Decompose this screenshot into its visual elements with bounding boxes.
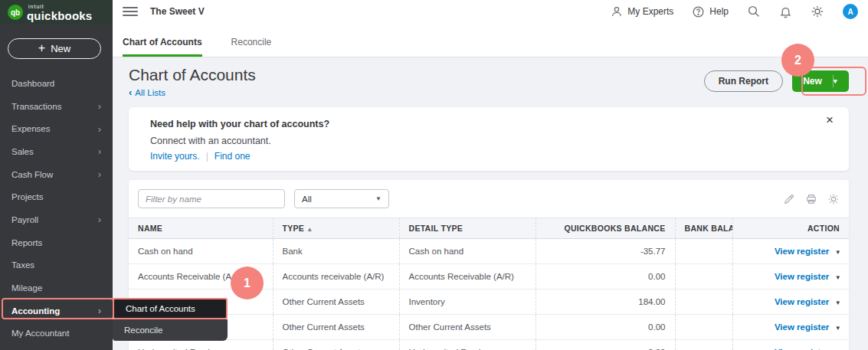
header-name[interactable]: NAME <box>129 218 273 239</box>
cell-type: Other Current Assets <box>273 340 399 350</box>
sidebar-item[interactable]: Sales › <box>0 140 113 163</box>
tab-bar: Chart of Accounts Reconcile <box>113 23 868 57</box>
cell-bank-balance <box>675 239 732 264</box>
header-quickbooks-balance[interactable]: QUICKBOOKS BALANCE <box>536 218 675 239</box>
table-row: Undeposited Funds Other Current Assets U… <box>129 340 849 350</box>
help-icon <box>692 5 705 18</box>
chevron-left-icon: ‹ <box>129 87 132 98</box>
type-filter-value: All <box>302 195 312 204</box>
view-register-link[interactable]: View register <box>775 322 829 332</box>
cell-bank-balance <box>675 340 732 350</box>
sidebar-item-label: Payroll <box>11 215 38 224</box>
print-icon[interactable] <box>805 193 817 205</box>
action-caret-icon[interactable]: ▾ <box>836 248 840 256</box>
dropdown-caret-icon: ▼ <box>375 195 382 202</box>
cell-bank-balance <box>675 289 732 315</box>
topbar: The Sweet V My Experts Help <box>113 0 868 23</box>
search-icon[interactable] <box>747 5 761 18</box>
sidebar-item[interactable]: Payroll › <box>0 208 113 231</box>
sidebar-item-label: Accounting <box>11 306 60 316</box>
cell-bank-balance <box>675 264 732 289</box>
action-caret-icon[interactable]: ▾ <box>836 299 840 306</box>
cell-type: Accounts receivable (A/R) <box>273 264 399 289</box>
submenu-chart-of-accounts[interactable]: Chart of Accounts <box>113 298 228 319</box>
sidebar-item[interactable]: Projects <box>0 185 113 208</box>
sidebar-item[interactable]: Cash Flow › <box>0 163 113 186</box>
my-experts-label: My Experts <box>627 6 673 17</box>
sidebar-item-label: Mileage <box>11 283 42 293</box>
tab-reconcile[interactable]: Reconcile <box>231 37 272 57</box>
header-bank-balance[interactable]: BANK BALANCE <box>675 218 732 239</box>
cell-quickbooks-balance: 184.00 <box>536 289 675 315</box>
notifications-bell-icon[interactable] <box>779 5 792 18</box>
sidebar-item[interactable]: Mileage <box>0 276 113 299</box>
new-button-label: New <box>792 76 833 87</box>
sidebar-item[interactable]: Dashboard <box>0 72 113 95</box>
sidebar: qb intuit quickbooks + New Dashboard Tra… <box>0 0 113 350</box>
help-button[interactable]: Help <box>692 5 729 18</box>
close-icon[interactable]: × <box>826 113 834 126</box>
annotation-step-1-badge: 1 <box>231 267 264 299</box>
sidebar-item-label: Projects <box>11 192 44 201</box>
table-settings-gear-icon[interactable] <box>827 193 840 205</box>
filter-by-name-input[interactable] <box>138 189 285 208</box>
action-caret-icon[interactable]: ▾ <box>836 324 840 332</box>
sidebar-item[interactable]: Taxes <box>0 254 113 277</box>
sidebar-item-label: My Accountant <box>11 329 69 338</box>
view-register-link[interactable]: View register <box>775 297 829 306</box>
header-type[interactable]: TYPE▲ <box>273 218 399 239</box>
run-report-button[interactable]: Run Report <box>704 70 783 92</box>
annotation-step-2-badge: 2 <box>781 44 814 77</box>
tab-chart-of-accounts[interactable]: Chart of Accounts <box>123 37 202 57</box>
find-one-link[interactable]: Find one <box>215 151 251 162</box>
sidebar-item-label: Cash Flow <box>11 170 53 179</box>
table-row: Other Current Assets Other Current Asset… <box>129 315 849 340</box>
sidebar-item[interactable]: Expenses › <box>0 117 113 140</box>
edit-pencil-icon[interactable] <box>783 193 795 205</box>
sidebar-new-label: New <box>51 43 70 54</box>
cell-quickbooks-balance: 0.00 <box>536 315 675 340</box>
sidebar-item-label: Taxes <box>11 260 34 270</box>
my-experts-button[interactable]: My Experts <box>611 5 673 18</box>
intuit-wordmark: intuit <box>28 4 92 9</box>
chevron-right-icon: › <box>98 146 101 157</box>
sidebar-item[interactable]: Transactions › <box>0 95 113 118</box>
avatar[interactable]: A <box>843 4 858 19</box>
cell-name: Cash on hand <box>129 239 273 264</box>
cell-detail-type: Other Current Assets <box>399 315 536 340</box>
sidebar-item[interactable]: Accounting › <box>0 299 113 322</box>
type-filter-dropdown[interactable]: All ▼ <box>294 189 389 208</box>
company-name: The Sweet V <box>150 6 205 17</box>
invite-yours-link[interactable]: Invite yours. <box>150 151 200 162</box>
cell-action: View register ▾ <box>732 239 849 264</box>
cell-type: Other Current Assets <box>273 289 399 315</box>
cell-action: View register ▾ <box>732 289 849 315</box>
accounting-flyout-menu: Chart of Accounts Reconcile <box>113 298 228 341</box>
cell-action: View register ▾ <box>732 264 849 289</box>
action-caret-icon[interactable]: ▾ <box>836 273 840 281</box>
settings-gear-icon[interactable] <box>811 5 824 18</box>
all-lists-link[interactable]: ‹ All Lists <box>129 87 165 98</box>
view-register-link[interactable]: View register <box>775 247 829 256</box>
submenu-reconcile[interactable]: Reconcile <box>113 319 228 341</box>
link-divider: | <box>206 151 208 162</box>
hamburger-menu-icon[interactable] <box>123 7 138 16</box>
chevron-right-icon: › <box>98 168 101 180</box>
cell-quickbooks-balance: 0.00 <box>536 264 675 289</box>
cell-quickbooks-balance: 0.00 <box>536 340 675 350</box>
table-row: Cash on hand Bank Cash on hand -35.77 Vi… <box>129 239 849 264</box>
header-action[interactable]: ACTION <box>732 218 849 239</box>
banner-body: Connect with an accountant. <box>150 136 827 146</box>
chevron-down-icon[interactable]: ▾ <box>834 77 849 85</box>
sidebar-item[interactable]: Reports <box>0 231 113 254</box>
sidebar-item[interactable]: My Accountant <box>0 322 113 345</box>
sidebar-item-label: Sales <box>11 147 34 156</box>
cell-quickbooks-balance: -35.77 <box>536 239 675 264</box>
chevron-right-icon: › <box>98 214 101 225</box>
sidebar-item-label: Transactions <box>11 102 61 111</box>
view-register-link[interactable]: View register <box>775 272 829 281</box>
sidebar-new-button[interactable]: + New <box>8 38 101 59</box>
cell-name: Undeposited Funds <box>129 340 273 350</box>
header-detail-type[interactable]: DETAIL TYPE <box>399 218 536 239</box>
quickbooks-logo: qb intuit quickbooks <box>0 0 113 25</box>
